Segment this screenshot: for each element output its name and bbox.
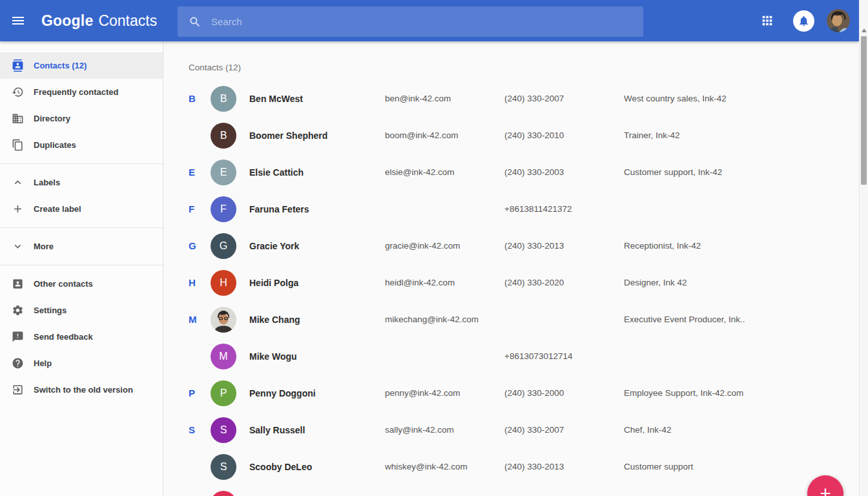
group-letter: F — [189, 203, 211, 214]
avatar-cell: F — [211, 196, 249, 222]
settings-icon — [11, 304, 24, 317]
sidebar-divider — [0, 265, 163, 265]
avatar-cell: B — [211, 86, 249, 112]
sidebar-nav: Contacts (12) Frequently contacted Direc… — [0, 52, 163, 158]
contact-avatar[interactable]: B — [211, 123, 236, 149]
directory-icon — [11, 112, 24, 125]
contact-name: Mike Chang — [249, 315, 385, 325]
contact-list-panel: Contacts (12) B B Ben McWest ben@ink-42.… — [164, 41, 859, 496]
chevron-down-icon — [11, 240, 24, 253]
apps-grid-icon[interactable] — [754, 8, 780, 34]
contact-row[interactable]: F F Faruna Feters +8613811421372 — [164, 191, 859, 227]
contacts-icon — [11, 59, 24, 72]
contact-job: West country sales, Ink-42 — [624, 94, 859, 103]
contact-name: Scooby DeLeo — [249, 462, 385, 472]
contact-job: Employee Support, Ink-42.com — [624, 388, 859, 398]
scrollbar[interactable] — [859, 0, 868, 496]
sidebar-item[interactable]: Switch to the old version — [0, 377, 163, 403]
avatar-cell: P — [211, 380, 249, 406]
contact-avatar[interactable]: M — [211, 344, 236, 369]
contact-row[interactable]: M Mike Chang mikechang@ink-42.com Execut… — [164, 301, 859, 338]
notification-bell-icon — [793, 10, 814, 32]
contact-email: whiskey@ink-42.com — [385, 462, 504, 471]
sidebar-item[interactable]: Settings — [0, 297, 163, 324]
contact-phone: +8613073012714 — [504, 351, 624, 361]
contact-name: Heidi Polga — [249, 278, 385, 288]
sidebar-more-section: More — [0, 233, 163, 260]
help-icon — [11, 357, 24, 370]
sidebar-divider — [0, 163, 163, 164]
avatar-cell: B — [211, 123, 249, 149]
header-actions — [754, 0, 850, 41]
contact-phone: (240) 330-2000 — [504, 388, 624, 398]
sidebar-item[interactable]: More — [0, 233, 163, 260]
search-bar[interactable] — [178, 6, 643, 37]
scrollbar-thumb[interactable] — [861, 36, 867, 185]
avatar-cell: H — [211, 270, 249, 296]
logo-google: Google — [41, 12, 93, 30]
contact-job: Executive Event Producer, Ink.. — [624, 315, 859, 324]
contact-avatar[interactable] — [211, 491, 236, 496]
contact-avatar[interactable]: F — [211, 196, 236, 222]
contact-name: Faruna Feters — [249, 204, 385, 214]
sidebar-footer: Other contacts Settings Send feedback He… — [0, 271, 163, 403]
contact-email: penny@ink-42.com — [385, 388, 504, 398]
sidebar-item[interactable]: Directory — [0, 105, 163, 132]
hamburger-menu-icon[interactable] — [5, 8, 31, 34]
contact-row[interactable]: E E Elsie Cattich elsie@ink-42.com (240)… — [164, 154, 859, 191]
contact-avatar[interactable]: S — [211, 454, 236, 480]
avatar-cell: E — [211, 160, 249, 185]
contact-email: gracie@ink-42.com — [385, 241, 504, 251]
contact-avatar[interactable]: P — [211, 380, 236, 406]
contact-email: mikechang@ink-42.com — [385, 315, 504, 324]
contact-avatar[interactable] — [211, 307, 236, 333]
sidebar-item[interactable]: Send feedback — [0, 324, 163, 350]
contact-row[interactable]: M Mike Wogu +8613073012714 — [164, 338, 859, 375]
sidebar-item[interactable]: Labels — [0, 169, 163, 196]
google-contacts-app: Google Contacts — [0, 0, 868, 496]
contact-row[interactable]: H H Heidi Polga heidl@ink-42.com (240) 3… — [164, 264, 859, 301]
contact-email: sally@ink-42.com — [385, 425, 504, 435]
app-header: Google Contacts — [0, 0, 859, 41]
contact-phone: (240) 330-2013 — [504, 462, 624, 471]
sidebar-item[interactable]: Help — [0, 350, 163, 377]
sidebar-item[interactable]: Duplicates — [0, 132, 163, 158]
plus-icon — [11, 203, 24, 216]
contact-row[interactable]: B Boomer Shepherd boom@ink-42.com (240) … — [164, 117, 859, 154]
group-letter: E — [189, 167, 211, 178]
feedback-icon — [11, 331, 24, 344]
contact-row[interactable]: S Scooby DeLeo whiskey@ink-42.com (240) … — [164, 448, 859, 485]
contact-row[interactable]: S S Sally Russell sally@ink-42.com (240)… — [164, 411, 859, 448]
sidebar-item[interactable]: Create label — [0, 196, 163, 222]
contact-row[interactable] — [164, 485, 859, 496]
group-letter: S — [189, 424, 211, 435]
group-letter: B — [189, 93, 211, 104]
app-logo: Google Contacts — [41, 12, 157, 30]
contact-rows: B B Ben McWest ben@ink-42.com (240) 330-… — [164, 80, 859, 496]
contact-avatar[interactable]: E — [211, 160, 236, 185]
group-letter: H — [189, 277, 211, 288]
scrollbar-up-arrow-icon[interactable] — [862, 28, 867, 32]
contact-name: Gracie York — [249, 241, 385, 251]
user-avatar[interactable] — [827, 9, 850, 32]
notifications-button[interactable] — [790, 8, 816, 34]
contact-name: Penny Doggoni — [249, 388, 385, 398]
contact-job: Trainer, Ink-42 — [624, 130, 859, 140]
duplicates-icon — [11, 139, 24, 152]
sidebar-item[interactable]: Other contacts — [0, 271, 163, 297]
contact-row[interactable]: B B Ben McWest ben@ink-42.com (240) 330-… — [164, 80, 859, 117]
search-icon — [189, 16, 202, 28]
contact-avatar[interactable]: S — [211, 417, 236, 443]
sidebar-item[interactable]: Contacts (12) — [0, 52, 163, 79]
search-input[interactable] — [211, 16, 599, 27]
contact-job: Chef, Ink-42 — [624, 425, 859, 435]
contact-email: elsie@ink-42.com — [385, 167, 504, 177]
contact-avatar[interactable]: H — [211, 270, 236, 296]
contact-name: Elsie Cattich — [249, 167, 385, 178]
sidebar: Contacts (12) Frequently contacted Direc… — [0, 41, 163, 496]
contact-row[interactable]: G G Gracie York gracie@ink-42.com (240) … — [164, 227, 859, 264]
contact-row[interactable]: P P Penny Doggoni penny@ink-42.com (240)… — [164, 375, 859, 411]
sidebar-item[interactable]: Frequently contacted — [0, 79, 163, 105]
contact-avatar[interactable]: G — [211, 233, 236, 259]
contact-avatar[interactable]: B — [211, 86, 236, 112]
